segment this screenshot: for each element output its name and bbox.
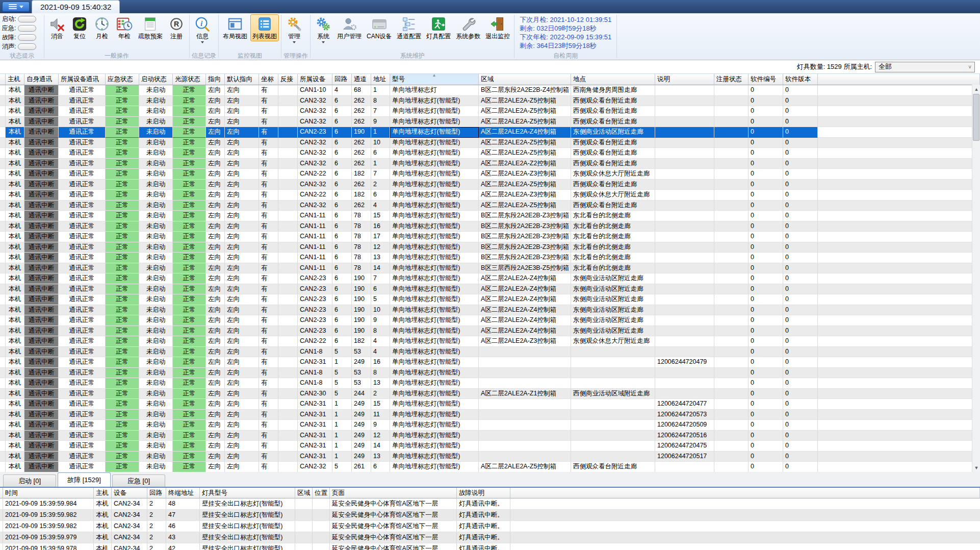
- column-header-host[interactable]: 主机: [94, 488, 112, 498]
- table-row[interactable]: 本机通讯中断通讯正常正常未启动正常左向左向有CAN2-3262622单向地埋标志…: [0, 180, 980, 190]
- system-params-button[interactable]: 系统参数: [454, 14, 482, 41]
- table-row[interactable]: 本机通讯中断通讯正常正常未启动正常左向左向有CAN1-1167817单向地埋标志…: [0, 232, 980, 242]
- column-header-default-direction[interactable]: 默认指向: [225, 74, 259, 85]
- table-row[interactable]: 本机通讯中断通讯正常正常未启动正常左向左向有CAN1-1167814单向地埋标志…: [0, 263, 980, 274]
- fault-table-row[interactable]: 2021-09-09 15:39:59.979本机CAN2-34243壁挂安全出…: [0, 532, 980, 543]
- exit-monitor-button[interactable]: 退出监控: [483, 14, 512, 41]
- app-menu-button[interactable]: [2, 2, 30, 12]
- table-row[interactable]: 本机通讯中断通讯正常正常未启动正常左向左向有CAN2-3262628单向地埋标志…: [0, 96, 980, 107]
- table-row[interactable]: 本机通讯中断通讯正常正常未启动正常左向左向有CAN2-3262629单向地埋标志…: [0, 117, 980, 128]
- column-header-fault-desc[interactable]: 故障说明: [457, 488, 510, 498]
- user-manage-button[interactable]: 用户管理: [335, 14, 364, 41]
- table-row[interactable]: 本机通讯中断通讯正常正常未启动正常左向左向有CAN2-31124915单向地埋标…: [0, 399, 980, 410]
- column-header-coordinate[interactable]: 坐标: [259, 74, 278, 85]
- column-header-direction[interactable]: 指向: [206, 74, 225, 85]
- tab-emergency[interactable]: 应急 [0]: [112, 474, 165, 487]
- column-header-register-state[interactable]: 注册状态: [714, 74, 749, 85]
- list-view-button[interactable]: 列表视图: [250, 14, 279, 41]
- table-row[interactable]: 本机通讯中断通讯正常正常未启动正常左向左向有CAN2-3112499单向地埋标志…: [0, 420, 980, 431]
- mute-button[interactable]: 消音: [46, 14, 68, 41]
- table-row[interactable]: 本机通讯中断通讯正常正常未启动正常左向左向有CAN1-104681单向地埋标志灯…: [0, 85, 980, 96]
- fault-table-row[interactable]: 2021-09-09 15:39:59.978本机CAN2-34242壁挂安全出…: [0, 543, 980, 550]
- table-row[interactable]: 本机通讯中断通讯正常正常未启动正常左向左向有CAN2-31124912单向地埋标…: [0, 431, 980, 441]
- fault-table-row[interactable]: 2021-09-09 15:39:59.982本机CAN2-34247壁挂安全出…: [0, 510, 980, 521]
- table-row[interactable]: 本机通讯中断通讯正常正常未启动正常左向左向有CAN2-23619010单向地埋标…: [0, 305, 980, 316]
- can-device-button[interactable]: CAN设备: [365, 14, 394, 41]
- table-row[interactable]: 本机通讯中断通讯正常正常未启动正常左向左向有CAN2-2361908单向地埋标志…: [0, 326, 980, 337]
- info-button[interactable]: i 信息: [192, 14, 213, 44]
- table-row[interactable]: 本机通讯中断通讯正常正常未启动正常左向左向有CAN2-2361906单向地埋标志…: [0, 284, 980, 295]
- column-header-position[interactable]: 位置: [313, 488, 330, 498]
- table-row[interactable]: 本机通讯中断通讯正常正常未启动正常左向左向有CAN2-31124916单向地埋标…: [0, 357, 980, 368]
- column-header-host[interactable]: 主机: [6, 74, 24, 85]
- column-header-region[interactable]: 区域: [479, 74, 571, 85]
- table-row[interactable]: 本机通讯中断通讯正常正常未启动正常左向左向有CAN2-2361901单向地埋标志…: [0, 127, 980, 138]
- manage-button[interactable]: 管理: [283, 14, 305, 44]
- column-header-model[interactable]: ▲型号: [390, 74, 479, 85]
- scroll-down-arrow-icon[interactable]: ▼: [972, 463, 980, 472]
- scrollbar-thumb[interactable]: [973, 94, 979, 141]
- table-row[interactable]: 本机通讯中断通讯正常正常未启动正常左向左向有CAN2-2361905单向地埋标志…: [0, 294, 980, 305]
- table-row[interactable]: 本机通讯中断通讯正常正常未启动正常左向左向有CAN2-2261827单向地埋标志…: [0, 169, 980, 180]
- column-header-page[interactable]: 页面: [330, 488, 457, 498]
- fault-table-row[interactable]: 2021-09-09 15:39:59.984本机CAN2-34248壁挂安全出…: [0, 498, 980, 510]
- year-check-button[interactable]: 年检: [114, 14, 135, 41]
- column-header-address[interactable]: 地址: [371, 74, 390, 85]
- table-row[interactable]: 本机通讯中断通讯正常正常未启动正常左向左向有CAN2-31124911单向地埋标…: [0, 410, 980, 420]
- table-row[interactable]: 本机通讯中断通讯正常正常未启动正常左向左向有CAN1-85534单向地埋标志灯(…: [0, 347, 980, 358]
- table-row[interactable]: 本机通讯中断通讯正常正常未启动正常左向左向有CAN2-31124913单向地埋标…: [0, 452, 980, 462]
- table-row[interactable]: 本机通讯中断通讯正常正常未启动正常左向左向有CAN1-1167813单向地埋标志…: [0, 253, 980, 263]
- column-header-device-comm[interactable]: 所属设备通讯: [59, 74, 106, 85]
- column-header-device[interactable]: 设备: [112, 488, 147, 498]
- table-row[interactable]: 本机通讯中断通讯正常正常未启动正常左向左向有CAN1-1167812单向地埋标志…: [0, 242, 980, 253]
- table-row[interactable]: 本机通讯中断通讯正常正常未启动正常左向左向有CAN2-3262624单向地埋标志…: [0, 201, 980, 211]
- column-header-device[interactable]: 所属设备: [298, 74, 332, 85]
- column-header-note[interactable]: 说明: [655, 74, 714, 85]
- column-header-lamp-model[interactable]: 灯具型号: [200, 488, 295, 498]
- column-header-emergency-state[interactable]: 应急状态: [106, 74, 139, 85]
- table-row[interactable]: 本机通讯中断通讯正常正常未启动正常左向左向有CAN2-3052442单向地埋标志…: [0, 389, 980, 399]
- column-header-light-state[interactable]: 光源状态: [173, 74, 206, 85]
- vertical-scrollbar[interactable]: ▲ ▼: [972, 85, 980, 472]
- column-header-region[interactable]: 区域: [295, 488, 313, 498]
- column-header-start-state[interactable]: 启动状态: [139, 74, 173, 85]
- table-row[interactable]: 本机通讯中断通讯正常正常未启动正常左向左向有CAN2-2261824单向地埋标志…: [0, 336, 980, 347]
- column-header-loop[interactable]: 回路: [332, 74, 352, 85]
- reset-button[interactable]: 复位: [69, 14, 90, 41]
- table-row[interactable]: 本机通讯中断通讯正常正常未启动正常左向左向有CAN2-3262627单向地埋标志…: [0, 106, 980, 117]
- table-row[interactable]: 本机通讯中断通讯正常正常未启动正常左向左向有CAN1-1167816单向地埋标志…: [0, 221, 980, 232]
- column-header-channel[interactable]: 通道: [352, 74, 371, 85]
- column-header-time[interactable]: 时间: [3, 488, 94, 498]
- table-row[interactable]: 本机通讯中断通讯正常正常未启动正常左向左向有CAN1-85538单向地埋标志灯(…: [0, 368, 980, 379]
- table-row[interactable]: 本机通讯中断通讯正常正常未启动正常左向左向有CAN1-855313单向地埋标志灯…: [0, 378, 980, 389]
- column-header-software-no[interactable]: 软件编号: [749, 74, 783, 85]
- column-header-reverse[interactable]: 反接: [278, 74, 298, 85]
- tab-start[interactable]: 启动 [0]: [3, 474, 56, 487]
- table-row[interactable]: 本机通讯中断通讯正常正常未启动正常左向左向有CAN2-3262621单向地埋标志…: [0, 159, 980, 169]
- table-row[interactable]: 本机通讯中断通讯正常正常未启动正常左向左向有CAN2-3262626单向地埋标志…: [0, 148, 980, 159]
- tab-fault[interactable]: 故障 [1529]: [58, 472, 111, 487]
- register-button[interactable]: R 注册: [166, 14, 187, 41]
- column-header-loop[interactable]: 回路: [147, 488, 166, 498]
- table-row[interactable]: 本机通讯中断通讯正常正常未启动正常左向左向有CAN2-2361909单向地埋标志…: [0, 315, 980, 326]
- table-row[interactable]: 本机通讯中断通讯正常正常未启动正常左向左向有CAN2-31124914单向地埋标…: [0, 441, 980, 452]
- table-row[interactable]: 本机通讯中断通讯正常正常未启动正常左向左向有CAN2-2361907单向地埋标志…: [0, 273, 980, 284]
- table-row[interactable]: 本机通讯中断通讯正常正常未启动正常左向左向有CAN2-2261826单向地埋标志…: [0, 190, 980, 201]
- system-button[interactable]: 系统: [313, 14, 334, 44]
- scroll-up-arrow-icon[interactable]: ▲: [972, 85, 980, 93]
- table-row[interactable]: 本机通讯中断通讯正常正常未启动正常左向左向有CAN1-1167815单向地埋标志…: [0, 211, 980, 221]
- host-filter-dropdown[interactable]: 全部 ˅: [875, 62, 975, 72]
- column-header-location[interactable]: 地点: [571, 74, 655, 85]
- column-header-self-comm[interactable]: 自身通讯: [24, 74, 59, 85]
- column-header-software-version[interactable]: 软件版本: [783, 74, 818, 85]
- table-row[interactable]: 本机通讯中断通讯正常正常未启动正常左向左向有CAN2-32626210单向地埋标…: [0, 138, 980, 148]
- evac-plan-button[interactable]: 疏散预案: [136, 14, 165, 41]
- lamp-config-button[interactable]: 灯具配置: [424, 14, 453, 41]
- table-row[interactable]: 本机通讯中断通讯正常正常未启动正常左向左向有CAN2-3252616单向地埋标志…: [0, 462, 980, 472]
- layout-view-button[interactable]: 布局视图: [221, 14, 249, 41]
- cell-loop: 6: [332, 117, 352, 128]
- channel-config-button[interactable]: 通道配置: [395, 14, 423, 41]
- column-header-terminal-address[interactable]: 终端地址: [166, 488, 200, 498]
- month-check-button[interactable]: 月检: [91, 14, 113, 41]
- fault-table-row[interactable]: 2021-09-09 15:39:59.982本机CAN2-34246壁挂安全出…: [0, 521, 980, 532]
